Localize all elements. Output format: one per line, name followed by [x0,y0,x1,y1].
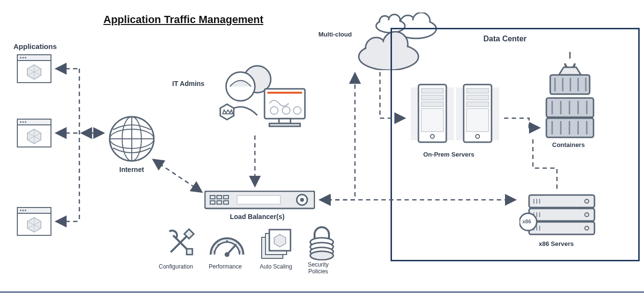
svg-line-142 [153,159,202,192]
connections-layer [0,0,644,293]
